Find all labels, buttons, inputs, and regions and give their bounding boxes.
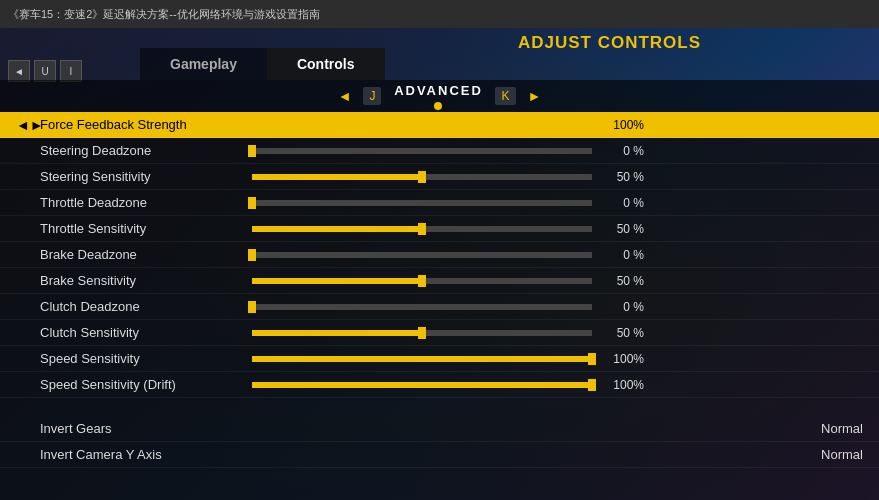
setting-value: 100% xyxy=(604,378,644,392)
browser-title: 《赛车15：变速2》延迟解决方案--优化网络环境与游戏设置指南 xyxy=(8,7,320,22)
nav-left-arrow[interactable]: ◄ xyxy=(338,88,352,104)
slider-track[interactable] xyxy=(252,122,592,128)
slider-fill xyxy=(252,382,592,388)
slider-thumb xyxy=(588,119,596,131)
setting-name: Steering Sensitivity xyxy=(40,169,240,184)
slider-track[interactable] xyxy=(252,278,592,284)
setting-row-brake-sensitivity[interactable]: Brake Sensitivity50 % xyxy=(0,268,879,294)
setting-name: Speed Sensitivity xyxy=(40,351,240,366)
setting-value: 50 % xyxy=(604,326,644,340)
setting-row-invert-gears[interactable]: Invert GearsNormal xyxy=(0,416,879,442)
slider-thumb xyxy=(418,327,426,339)
nav-dot xyxy=(434,102,442,110)
setting-name: Brake Deadzone xyxy=(40,247,240,262)
slider-fill xyxy=(252,278,422,284)
setting-row-brake-deadzone[interactable]: Brake Deadzone0 % xyxy=(0,242,879,268)
setting-row-clutch-sensitivity[interactable]: Clutch Sensitivity50 % xyxy=(0,320,879,346)
slider-thumb xyxy=(248,301,256,313)
setting-name: Force Feedback Strength xyxy=(40,117,240,132)
slider-fill xyxy=(252,226,422,232)
slider-track[interactable] xyxy=(252,174,592,180)
slider-thumb xyxy=(248,249,256,261)
slider-thumb xyxy=(418,223,426,235)
setting-value: 50 % xyxy=(604,274,644,288)
browser-bar: 《赛车15：变速2》延迟解决方案--优化网络环境与游戏设置指南 xyxy=(0,0,879,28)
setting-value: 50 % xyxy=(604,170,644,184)
tab-bar: Gameplay Controls xyxy=(0,28,879,80)
slider-thumb xyxy=(248,197,256,209)
slider-track[interactable] xyxy=(252,226,592,232)
nav-row: ◄ J ADVANCED K ► xyxy=(0,80,879,112)
slider-track[interactable] xyxy=(252,330,592,336)
setting-value: 50 % xyxy=(604,222,644,236)
setting-value: 0 % xyxy=(604,144,644,158)
game-overlay: ◄ U I Adjust Controls Gameplay Controls … xyxy=(0,28,879,500)
setting-row-invert-camera[interactable]: Invert Camera Y AxisNormal xyxy=(0,442,879,468)
tab-controls[interactable]: Controls xyxy=(267,48,385,80)
setting-name: Throttle Deadzone xyxy=(40,195,240,210)
nav-left-key[interactable]: J xyxy=(363,87,381,105)
slider-thumb xyxy=(418,171,426,183)
setting-name: Invert Camera Y Axis xyxy=(40,447,240,462)
slider-thumb xyxy=(248,145,256,157)
slider-track[interactable] xyxy=(252,252,592,258)
setting-value: 0 % xyxy=(604,196,644,210)
setting-name: Clutch Sensitivity xyxy=(40,325,240,340)
setting-name: Speed Sensitivity (Drift) xyxy=(40,377,240,392)
setting-row-throttle-sensitivity[interactable]: Throttle Sensitivity50 % xyxy=(0,216,879,242)
nav-right-arrow[interactable]: ► xyxy=(528,88,542,104)
setting-value: 0 % xyxy=(604,248,644,262)
setting-text-value: Normal xyxy=(783,447,863,462)
slider-fill xyxy=(252,330,422,336)
slider-fill xyxy=(252,122,592,128)
row-arrow-icon: ◄► xyxy=(16,117,32,133)
slider-thumb xyxy=(418,275,426,287)
slider-track[interactable] xyxy=(252,382,592,388)
setting-text-value: Normal xyxy=(783,421,863,436)
setting-name: Invert Gears xyxy=(40,421,240,436)
setting-name: Brake Sensitivity xyxy=(40,273,240,288)
slider-fill xyxy=(252,174,422,180)
setting-name: Clutch Deadzone xyxy=(40,299,240,314)
setting-name: Throttle Sensitivity xyxy=(40,221,240,236)
slider-track[interactable] xyxy=(252,304,592,310)
slider-fill xyxy=(252,356,592,362)
setting-value: 100% xyxy=(604,118,644,132)
setting-row-clutch-deadzone[interactable]: Clutch Deadzone0 % xyxy=(0,294,879,320)
tab-gameplay[interactable]: Gameplay xyxy=(140,48,267,80)
nav-mode-label: ADVANCED xyxy=(393,83,483,98)
slider-track[interactable] xyxy=(252,148,592,154)
setting-row-force-feedback[interactable]: ◄►Force Feedback Strength100% xyxy=(0,112,879,138)
setting-value: 100% xyxy=(604,352,644,366)
setting-row-throttle-deadzone[interactable]: Throttle Deadzone0 % xyxy=(0,190,879,216)
nav-right-key[interactable]: K xyxy=(495,87,515,105)
setting-row-steering-sensitivity[interactable]: Steering Sensitivity50 % xyxy=(0,164,879,190)
setting-name: Steering Deadzone xyxy=(40,143,240,158)
slider-track[interactable] xyxy=(252,356,592,362)
setting-row-speed-sensitivity-drift[interactable]: Speed Sensitivity (Drift)100% xyxy=(0,372,879,398)
slider-thumb xyxy=(588,379,596,391)
setting-value: 0 % xyxy=(604,300,644,314)
slider-track[interactable] xyxy=(252,200,592,206)
setting-row-speed-sensitivity[interactable]: Speed Sensitivity100% xyxy=(0,346,879,372)
setting-row-steering-deadzone[interactable]: Steering Deadzone0 % xyxy=(0,138,879,164)
slider-thumb xyxy=(588,353,596,365)
settings-panel: ◄►Force Feedback Strength100%Steering De… xyxy=(0,112,879,500)
